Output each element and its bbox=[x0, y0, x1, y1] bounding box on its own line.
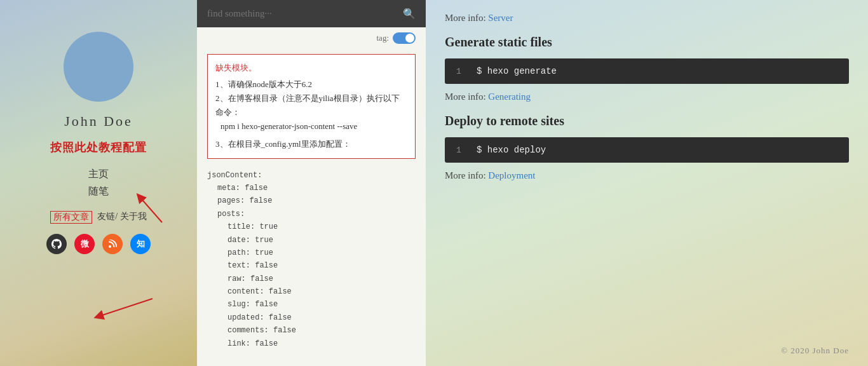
middle-panel: 🔍 tag: 缺失模块。 1、请确保node版本大于6.2 2、在博客根目录（注… bbox=[197, 0, 426, 366]
code-line-5: date: true bbox=[207, 234, 416, 247]
server-link[interactable]: Server bbox=[488, 13, 513, 23]
nav-links: 主页 随笔 bbox=[88, 168, 109, 198]
nav-footer: 所有文章 友链/ 关于我 bbox=[50, 211, 146, 224]
code-line-11: updated: false bbox=[207, 311, 416, 324]
server-info-label: More info: bbox=[445, 13, 486, 23]
code-line-2: pages: false bbox=[207, 194, 416, 207]
code-block-content: jsonContent: meta: false pages: false po… bbox=[197, 164, 426, 366]
generate-more-info: More info: Generating bbox=[445, 92, 849, 102]
deploy-cmd-text: $ hexo deploy bbox=[477, 145, 546, 155]
rss-icon[interactable] bbox=[102, 234, 123, 254]
generate-title: Generate static files bbox=[445, 35, 849, 50]
nav-home[interactable]: 主页 bbox=[88, 168, 109, 181]
code-line-4: title: true bbox=[207, 220, 416, 233]
weibo-label: 微 bbox=[81, 238, 89, 250]
tag-toggle[interactable] bbox=[393, 32, 416, 44]
github-icon[interactable] bbox=[46, 234, 67, 254]
zhihu-label: 知 bbox=[137, 238, 145, 250]
search-icon[interactable]: 🔍 bbox=[403, 8, 416, 20]
generate-info-label: More info: bbox=[445, 92, 486, 102]
server-more-info: More info: Server bbox=[445, 13, 849, 24]
deployment-link[interactable]: Deployment bbox=[488, 170, 535, 180]
code-line-8: raw: false bbox=[207, 273, 416, 285]
generating-link[interactable]: Generating bbox=[488, 92, 531, 102]
generate-line-num: 1 bbox=[456, 67, 466, 76]
deploy-title: Deploy to remote sites bbox=[445, 114, 849, 128]
search-input[interactable] bbox=[207, 8, 398, 19]
right-panel: More info: Server Generate static files … bbox=[426, 0, 868, 366]
nav-notes[interactable]: 随笔 bbox=[88, 185, 109, 198]
footer-copyright: © 2020 John Doe bbox=[781, 346, 849, 356]
avatar bbox=[64, 32, 133, 102]
deploy-line-num: 1 bbox=[456, 146, 466, 155]
code-line-6: path: true bbox=[207, 247, 416, 259]
deploy-more-info: More info: Deployment bbox=[445, 170, 849, 181]
social-icons: 微 知 bbox=[46, 234, 151, 254]
sidebar: John Doe 按照此处教程配置 主页 随笔 所有文章 友链/ 关于我 微 知 bbox=[0, 0, 197, 366]
code-line-3: posts: bbox=[207, 208, 416, 220]
svg-line-1 bbox=[98, 299, 153, 316]
code-line-9: content: false bbox=[207, 285, 416, 298]
svg-point-2 bbox=[109, 245, 111, 248]
error-step-2: 2、在博客根目录（注意不是yilia根目录）执行以下命令： bbox=[215, 92, 407, 119]
code-line-1: meta: false bbox=[207, 182, 416, 194]
code-line-13: link: false bbox=[207, 337, 416, 350]
generate-cmd-block: 1 $ hexo generate bbox=[445, 58, 849, 84]
weibo-icon[interactable]: 微 bbox=[74, 234, 95, 254]
code-line-0: jsonContent: bbox=[207, 169, 416, 182]
tag-row: tag: bbox=[197, 27, 426, 49]
error-title: 缺失模块。 bbox=[215, 61, 407, 75]
code-line-10: slug: false bbox=[207, 298, 416, 311]
tag-label: tag: bbox=[377, 33, 390, 43]
generate-cmd-text: $ hexo generate bbox=[477, 66, 557, 76]
zhihu-icon[interactable]: 知 bbox=[130, 234, 151, 254]
nav-all-articles[interactable]: 所有文章 bbox=[50, 211, 92, 224]
nav-friends-about[interactable]: 友链/ 关于我 bbox=[97, 211, 146, 224]
deploy-info-label: More info: bbox=[445, 170, 486, 180]
search-bar: 🔍 bbox=[197, 0, 426, 27]
error-step-1: 1、请确保node版本大于6.2 bbox=[215, 78, 407, 92]
error-step-3: 3、在根目录_config.yml里添加配置： bbox=[215, 137, 407, 151]
code-line-12: comments: false bbox=[207, 324, 416, 337]
error-step-2b: npm i hexo-generator-json-content --save bbox=[215, 119, 407, 133]
author-name: John Doe bbox=[64, 113, 133, 130]
tutorial-label: 按照此处教程配置 bbox=[50, 140, 147, 155]
code-line-7: text: false bbox=[207, 259, 416, 272]
error-box: 缺失模块。 1、请确保node版本大于6.2 2、在博客根目录（注意不是yili… bbox=[207, 54, 416, 159]
deploy-cmd-block: 1 $ hexo deploy bbox=[445, 137, 849, 163]
